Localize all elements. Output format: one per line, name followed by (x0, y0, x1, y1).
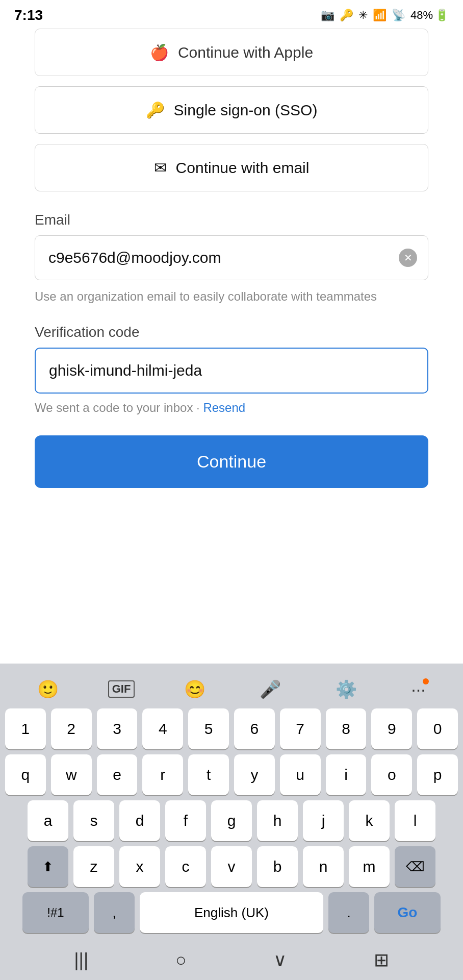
emoji-button[interactable]: 😊 (179, 677, 211, 701)
email-field-wrapper: ✕ (35, 235, 428, 280)
verification-label: Verification code (35, 324, 428, 340)
asdf-row: a s d f g h j k l (0, 800, 463, 841)
email-label: Email (35, 212, 428, 228)
recents-button[interactable]: ∨ (273, 949, 287, 971)
special-key[interactable]: !#1 (22, 892, 89, 933)
keyboard-toolbar: 🙂 GIF 😊 🎤 ⚙️ ··· (0, 672, 463, 708)
key-n[interactable]: n (303, 846, 344, 887)
battery-indicator: 48%🔋 (410, 9, 449, 22)
key-k[interactable]: k (349, 800, 390, 841)
continue-button[interactable]: Continue (35, 435, 428, 488)
status-bar: 7:13 📷 🔑 ✳ 📶 📡 48%🔋 (0, 0, 463, 29)
key-j[interactable]: j (303, 800, 344, 841)
main-content: 🍎 Continue with Apple 🔑 Single sign-on (… (0, 29, 463, 508)
status-icons: 📷 🔑 ✳ 📶 📡 48%🔋 (321, 9, 449, 22)
key-7[interactable]: 7 (280, 708, 321, 749)
key-h[interactable]: h (257, 800, 298, 841)
verification-input[interactable] (35, 348, 428, 394)
apple-icon: 🍎 (150, 43, 169, 61)
key-z[interactable]: z (73, 846, 114, 887)
gif-button[interactable]: GIF (108, 680, 135, 698)
more-button[interactable]: ··· (406, 677, 430, 701)
key-r[interactable]: r (142, 754, 183, 795)
back-button[interactable]: ||| (74, 949, 88, 971)
mic-button[interactable]: 🎤 (254, 677, 286, 701)
bluetooth-icon: ✳ (358, 9, 368, 22)
key-q[interactable]: q (5, 754, 46, 795)
shift-key[interactable]: ⬆ (28, 846, 68, 887)
key-g[interactable]: g (211, 800, 252, 841)
status-time: 7:13 (14, 7, 43, 23)
key-a[interactable]: a (28, 800, 68, 841)
key-o[interactable]: o (371, 754, 412, 795)
key-6[interactable]: 6 (234, 708, 275, 749)
key-v[interactable]: v (211, 846, 252, 887)
key-1[interactable]: 1 (5, 708, 46, 749)
keyboard-button[interactable]: ⊞ (374, 949, 389, 971)
wifi-icon: 📡 (392, 9, 405, 22)
key-t[interactable]: t (188, 754, 229, 795)
key-w[interactable]: w (51, 754, 92, 795)
settings-button[interactable]: ⚙️ (330, 677, 362, 701)
email-icon: ✉ (154, 159, 167, 177)
continue-email-button[interactable]: ✉ Continue with email (35, 144, 428, 191)
sso-button[interactable]: 🔑 Single sign-on (SSO) (35, 86, 428, 134)
qwerty-row: q w e r t y u i o p (0, 754, 463, 795)
key-5[interactable]: 5 (188, 708, 229, 749)
key-icon: 🔑 (340, 9, 353, 22)
keyboard: 🙂 GIF 😊 🎤 ⚙️ ··· 1 2 3 4 5 6 7 8 9 0 q w… (0, 664, 463, 980)
clear-email-icon[interactable]: ✕ (399, 249, 417, 267)
continue-apple-button[interactable]: 🍎 Continue with Apple (35, 29, 428, 76)
key-c[interactable]: c (165, 846, 206, 887)
key-e[interactable]: e (97, 754, 138, 795)
backspace-key[interactable]: ⌫ (395, 846, 435, 887)
key-i[interactable]: i (326, 754, 367, 795)
resend-row: We sent a code to your inbox · Resend (35, 401, 428, 415)
key-3[interactable]: 3 (97, 708, 138, 749)
key-4[interactable]: 4 (142, 708, 183, 749)
key-p[interactable]: p (417, 754, 458, 795)
key-s[interactable]: s (73, 800, 114, 841)
resend-link[interactable]: Resend (203, 401, 245, 414)
key-2[interactable]: 2 (51, 708, 92, 749)
number-row: 1 2 3 4 5 6 7 8 9 0 (0, 708, 463, 749)
space-key[interactable]: English (UK) (140, 892, 323, 933)
key-m[interactable]: m (349, 846, 390, 887)
signal-icon: 📶 (373, 9, 387, 22)
go-key[interactable]: Go (374, 892, 441, 933)
home-button[interactable]: ○ (175, 949, 187, 971)
email-hint: Use an organization email to easily coll… (35, 287, 428, 306)
key-9[interactable]: 9 (371, 708, 412, 749)
zxcv-row: ⬆ z x c v b n m ⌫ (0, 846, 463, 887)
notification-dot (423, 678, 429, 684)
key-f[interactable]: f (165, 800, 206, 841)
form-section: Email ✕ Use an organization email to eas… (35, 212, 428, 508)
key-b[interactable]: b (257, 846, 298, 887)
key-d[interactable]: d (119, 800, 160, 841)
sticker-button[interactable]: 🙂 (32, 677, 64, 701)
email-input[interactable] (35, 235, 428, 280)
camera-icon: 📷 (321, 9, 335, 22)
period-key[interactable]: . (328, 892, 369, 933)
key-8[interactable]: 8 (326, 708, 367, 749)
key-y[interactable]: y (234, 754, 275, 795)
comma-key[interactable]: , (94, 892, 135, 933)
bottom-nav: ||| ○ ∨ ⊞ (0, 940, 463, 980)
key-u[interactable]: u (280, 754, 321, 795)
key-x[interactable]: x (119, 846, 160, 887)
key-l[interactable]: l (395, 800, 435, 841)
bottom-row: !#1 , English (UK) . Go (0, 892, 463, 933)
key-icon: 🔑 (146, 101, 165, 119)
key-0[interactable]: 0 (417, 708, 458, 749)
